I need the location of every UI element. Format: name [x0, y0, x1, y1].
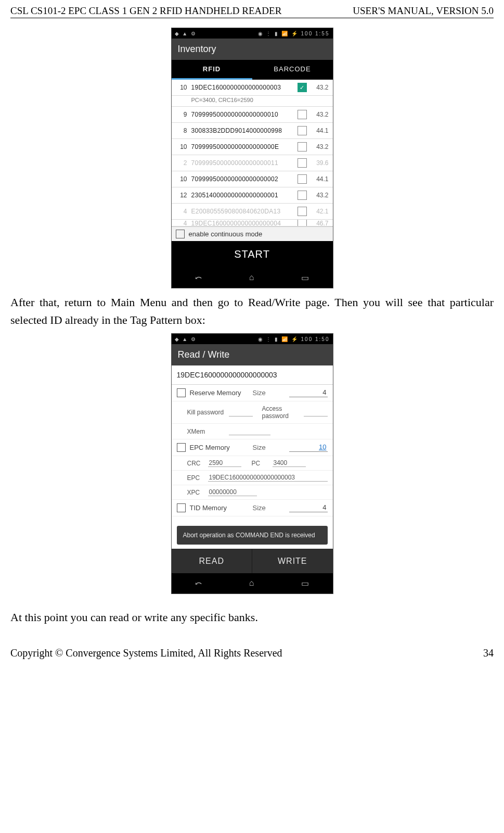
home-icon[interactable]: ⌂ [249, 273, 254, 283]
checkbox-icon[interactable] [298, 110, 307, 119]
footer-copyright: Copyright © Convergence Systems Limited,… [10, 647, 282, 659]
footer-page-number: 34 [483, 647, 494, 659]
checkbox-icon[interactable] [298, 191, 307, 200]
read-button[interactable]: READ [172, 549, 252, 573]
android-navbar: ⤺ ⌂ ▭ [172, 268, 333, 288]
checkbox-icon[interactable] [298, 142, 307, 152]
screenshot-inventory: ◆ ▲ ⚙ ◉ ⋮ ▮ 📶 ⚡ 100 1:55 Inventory RFID … [171, 28, 333, 288]
inventory-row[interactable]: 1223051400000000000000000143.2 [172, 187, 333, 204]
row-rssi: 46.7 [311, 220, 329, 226]
toast-message: Abort operation as COMMAND END is receiv… [177, 526, 328, 545]
screen-title: Read / Write [172, 344, 333, 365]
row-epc: 230514000000000000000001 [191, 192, 293, 199]
android-navbar: ⤺ ⌂ ▭ [172, 573, 333, 594]
home-icon[interactable]: ⌂ [249, 578, 254, 588]
tab-rfid[interactable]: RFID [172, 60, 252, 80]
xpc-label: XPC [187, 489, 208, 496]
checkbox-icon[interactable] [298, 220, 307, 226]
checkbox-icon[interactable] [177, 443, 186, 452]
inventory-row[interactable]: 1019DEC1600000000000000003✓43.2 [172, 80, 333, 96]
checkbox-icon[interactable] [298, 158, 307, 168]
row-epc: 19DEC1600000000000000003 [191, 84, 293, 91]
access-password-field[interactable] [304, 409, 328, 416]
status-bar: ◆ ▲ ⚙ ◉ ⋮ ▮ 📶 ⚡ 100 1:50 [172, 334, 333, 344]
continuous-mode-row[interactable]: enable continuous mode [172, 226, 333, 241]
pc-label: PC [252, 460, 273, 467]
reserve-size-field[interactable]: 4 [289, 388, 328, 397]
row-rssi: 43.2 [311, 143, 329, 150]
pc-value[interactable]: 3400 [273, 459, 306, 467]
reserve-memory-row[interactable]: Reserve Memory Size 4 [172, 385, 333, 401]
row-rssi: 39.6 [311, 159, 329, 167]
page-header: CSL CS101-2 EPC CLASS 1 GEN 2 RFID HANDH… [10, 5, 494, 18]
row-count: 8 [176, 127, 187, 134]
tag-pattern-field[interactable]: 19DEC1600000000000000003 [172, 365, 333, 385]
inventory-row[interactable]: 1070999950000000000000000244.1 [172, 171, 333, 187]
row-count: 4 [176, 208, 187, 215]
checkbox-icon[interactable]: ✓ [298, 83, 307, 92]
row-rssi: 43.2 [311, 84, 329, 91]
row-epc: 300833B2DDD9014000000998 [191, 127, 293, 134]
back-icon[interactable]: ⤺ [195, 273, 202, 283]
checkbox-icon[interactable] [176, 230, 185, 238]
page-footer: Copyright © Convergence Systems Limited,… [10, 647, 494, 659]
size-label: Size [253, 444, 289, 451]
row-rssi: 44.1 [311, 175, 329, 183]
row-count: 10 [176, 84, 187, 91]
row-count: 9 [176, 111, 187, 118]
kill-password-label: Kill password [187, 409, 229, 416]
tid-memory-label: TID Memory [190, 504, 253, 512]
tid-memory-row[interactable]: TID Memory Size 4 [172, 500, 333, 516]
inventory-list[interactable]: 1019DEC1600000000000000003✓43.2PC=3400, … [172, 80, 333, 226]
checkbox-icon[interactable] [177, 388, 186, 397]
inventory-tabs: RFID BARCODE [172, 60, 333, 80]
kill-password-field[interactable] [229, 409, 253, 416]
recent-icon[interactable]: ▭ [301, 273, 309, 283]
xpc-row: XPC 00000000 [172, 485, 333, 500]
status-right-icons: ◉ ⋮ ▮ 📶 ⚡ 100 1:55 [258, 31, 330, 36]
selected-row-detail: PC=3400, CRC16=2590 [172, 96, 333, 107]
checkbox-icon[interactable] [298, 126, 307, 135]
checkbox-icon[interactable] [298, 174, 307, 184]
start-button[interactable]: START [172, 241, 333, 268]
row-count: 10 [176, 175, 187, 183]
inventory-row[interactable]: 970999950000000000000001043.2 [172, 107, 333, 123]
screen-title: Inventory [172, 39, 333, 60]
row-rssi: 42.1 [311, 208, 329, 215]
tab-barcode[interactable]: BARCODE [252, 60, 333, 80]
back-icon[interactable]: ⤺ [195, 578, 202, 588]
epc-value-field[interactable]: 19DEC1600000000000000003 [208, 474, 328, 482]
tid-size-field[interactable]: 4 [289, 503, 328, 512]
xpc-value-field[interactable]: 00000000 [208, 488, 257, 496]
status-left-icons: ◆ ▲ ⚙ [175, 336, 197, 342]
inventory-row[interactable]: 419DEC160000000000000000446.7 [172, 220, 333, 226]
row-rssi: 43.2 [311, 192, 329, 199]
row-rssi: 43.2 [311, 111, 329, 118]
row-count: 12 [176, 192, 187, 199]
epc-size-field[interactable]: 10 [289, 443, 328, 452]
recent-icon[interactable]: ▭ [301, 578, 309, 588]
status-bar: ◆ ▲ ⚙ ◉ ⋮ ▮ 📶 ⚡ 100 1:55 [172, 28, 333, 39]
inventory-row[interactable]: 8300833B2DDD901400000099844.1 [172, 123, 333, 139]
crc-value[interactable]: 2590 [208, 459, 241, 467]
xmem-field[interactable] [229, 427, 270, 435]
row-epc: 19DEC1600000000000000004 [191, 220, 293, 226]
row-rssi: 44.1 [311, 127, 329, 134]
epc-memory-row[interactable]: EPC Memory Size 10 [172, 439, 333, 456]
header-left: CSL CS101-2 EPC CLASS 1 GEN 2 RFID HANDH… [10, 5, 281, 17]
inventory-row[interactable]: 270999950000000000000001139.6 [172, 155, 333, 171]
epc-value-row: EPC 19DEC1600000000000000003 [172, 471, 333, 485]
checkbox-icon[interactable] [177, 503, 186, 512]
inventory-row[interactable]: 1070999950000000000000000E43.2 [172, 139, 333, 155]
xmem-label: XMem [187, 428, 229, 435]
row-count: 10 [176, 143, 187, 150]
row-epc: 709999500000000000000002 [191, 175, 293, 183]
inventory-row[interactable]: 4E2008055590800840620DA1342.1 [172, 204, 333, 220]
size-label: Size [253, 389, 289, 397]
xmem-row: XMem [172, 424, 333, 439]
checkbox-icon[interactable] [298, 207, 307, 216]
write-button[interactable]: WRITE [252, 549, 333, 573]
status-right-icons: ◉ ⋮ ▮ 📶 ⚡ 100 1:50 [258, 336, 330, 342]
continuous-mode-label: enable continuous mode [189, 230, 263, 238]
row-epc: 709999500000000000000011 [191, 159, 293, 167]
